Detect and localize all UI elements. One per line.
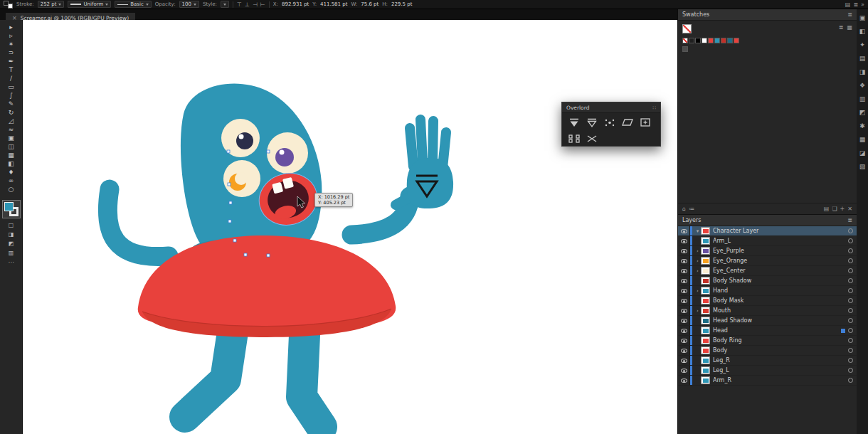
expand-chevron-icon[interactable]: › bbox=[694, 268, 701, 274]
lasso-tool[interactable]: ⊃ bbox=[0, 49, 22, 57]
selection-tool[interactable]: ▸ bbox=[0, 23, 22, 31]
visibility-toggle[interactable] bbox=[678, 276, 690, 285]
expand-chevron-icon[interactable]: › bbox=[694, 288, 701, 294]
mesh-tool[interactable]: ▦ bbox=[0, 152, 22, 159]
swatch[interactable] bbox=[708, 38, 714, 43]
gradient-tool[interactable]: ◧ bbox=[0, 160, 22, 168]
visibility-toggle[interactable] bbox=[678, 376, 690, 385]
topbar-menu-icon[interactable]: » bbox=[861, 1, 864, 8]
target-circle[interactable] bbox=[848, 358, 853, 363]
nabla-outline-icon[interactable] bbox=[584, 116, 600, 128]
target-circle[interactable] bbox=[848, 238, 853, 243]
opacity-input[interactable]: 100 bbox=[179, 1, 199, 8]
dock-panel-icon[interactable]: ▤ bbox=[859, 55, 866, 62]
y-value[interactable]: 411.581 pt bbox=[320, 1, 347, 7]
type-tool[interactable]: T bbox=[0, 66, 22, 74]
overlord-header[interactable]: Overlord ∷ bbox=[562, 102, 660, 113]
visibility-toggle[interactable] bbox=[678, 366, 690, 375]
x-value[interactable]: 892.931 pt bbox=[282, 1, 309, 7]
toolbar-mode-icon[interactable]: ▥ bbox=[9, 250, 14, 256]
layer-row[interactable]: Body Ring bbox=[678, 336, 857, 346]
layer-row[interactable]: ›Hand bbox=[678, 286, 857, 296]
swatch[interactable] bbox=[682, 46, 688, 52]
visibility-toggle[interactable] bbox=[678, 246, 690, 255]
layer-row[interactable]: Body Shadow bbox=[678, 276, 857, 286]
toolbar-mode-icon[interactable]: □ bbox=[9, 222, 14, 228]
align-icon[interactable]: ⊣ bbox=[253, 1, 258, 8]
expand-chevron-icon[interactable]: › bbox=[694, 308, 701, 314]
swatches-footer-icon[interactable]: ▤ bbox=[824, 206, 830, 212]
dock-panel-icon[interactable]: ▥ bbox=[859, 95, 866, 102]
topbar-menu-icon[interactable]: ▤ bbox=[845, 1, 851, 8]
target-circle[interactable] bbox=[848, 258, 853, 263]
visibility-toggle[interactable] bbox=[678, 286, 690, 295]
target-circle[interactable] bbox=[848, 338, 853, 343]
stroke-width-input[interactable]: 252 pt bbox=[38, 1, 65, 8]
artboard-canvas[interactable]: X: 1016.29 pt Y: 405.23 pt bbox=[23, 20, 677, 434]
toolbar-mode-icon[interactable]: ◨ bbox=[9, 231, 14, 238]
direct-selection-tool[interactable]: ▹ bbox=[0, 32, 22, 40]
layer-row[interactable]: ›Mouth bbox=[678, 306, 857, 316]
dock-panel-icon[interactable]: ▣ bbox=[859, 14, 866, 21]
swatches-panel-menu-icon[interactable]: ≣ bbox=[847, 11, 852, 18]
dock-panel-icon[interactable]: ◩ bbox=[859, 109, 866, 116]
fill-stroke-wells[interactable] bbox=[4, 1, 13, 9]
shape-builder-tool[interactable]: ◫ bbox=[0, 143, 22, 151]
dock-panel-icon[interactable]: ◪ bbox=[859, 149, 866, 157]
layer-row[interactable]: ›Eye_Purple bbox=[678, 246, 857, 256]
swatches-view-icon[interactable]: ≣ bbox=[839, 24, 844, 31]
layer-row[interactable]: Leg_L bbox=[678, 366, 857, 376]
swatches-footer-icon[interactable]: + bbox=[840, 206, 845, 212]
target-circle[interactable] bbox=[848, 248, 853, 253]
layers-panel-menu-icon[interactable]: ≣ bbox=[847, 217, 852, 223]
toolbar-mode-icon[interactable]: ◩ bbox=[9, 240, 14, 247]
rectangle-tool[interactable]: ▭ bbox=[0, 83, 22, 91]
blend-tool[interactable]: ∞ bbox=[0, 177, 22, 185]
visibility-toggle[interactable] bbox=[678, 326, 690, 335]
width-tool[interactable]: ≈ bbox=[0, 126, 22, 134]
scale-tool[interactable]: ◿ bbox=[0, 117, 22, 125]
eyedropper-tool[interactable]: ♦ bbox=[0, 169, 22, 176]
swatch[interactable] bbox=[695, 38, 701, 43]
target-circle[interactable] bbox=[848, 298, 853, 303]
layer-row[interactable]: ›Eye_Orange bbox=[678, 256, 857, 266]
topbar-menu-icon[interactable]: ≣ bbox=[853, 1, 858, 8]
target-circle[interactable] bbox=[848, 278, 853, 283]
swatches-footer-icon[interactable]: ❏ bbox=[832, 206, 837, 212]
dock-panel-icon[interactable]: ▦ bbox=[859, 136, 866, 143]
rotate-tool[interactable]: ↻ bbox=[0, 109, 22, 117]
layer-row[interactable]: Head bbox=[678, 326, 857, 336]
visibility-toggle[interactable] bbox=[678, 266, 690, 275]
layer-row[interactable]: ›Eye_Center bbox=[678, 266, 857, 276]
swatches-view-icon[interactable]: ▦ bbox=[847, 24, 852, 31]
toolbar-mode-icon[interactable]: ⋯ bbox=[9, 259, 14, 265]
target-circle[interactable] bbox=[848, 318, 853, 323]
swatch[interactable] bbox=[702, 38, 707, 43]
zoom-tool[interactable]: ○ bbox=[0, 186, 22, 194]
variable-width-select[interactable]: Uniform bbox=[68, 1, 111, 8]
pen-tool[interactable]: ✒ bbox=[0, 58, 22, 65]
dock-panel-icon[interactable]: ◨ bbox=[859, 68, 866, 75]
swatches-footer-icon[interactable]: ≔ bbox=[689, 206, 694, 212]
swatch[interactable] bbox=[727, 38, 733, 43]
target-circle[interactable] bbox=[848, 288, 853, 293]
pencil-tool[interactable]: ✎ bbox=[0, 100, 22, 108]
visibility-toggle[interactable] bbox=[678, 316, 690, 325]
swatch[interactable] bbox=[734, 38, 739, 43]
visibility-toggle[interactable] bbox=[678, 306, 690, 315]
layer-row[interactable]: ▾Character Layer bbox=[678, 226, 857, 236]
cross-x-icon[interactable] bbox=[584, 132, 600, 144]
none-swatch[interactable] bbox=[682, 24, 692, 33]
visibility-toggle[interactable] bbox=[678, 346, 690, 355]
w-value[interactable]: 75.6 pt bbox=[361, 1, 379, 7]
target-circle[interactable] bbox=[848, 348, 853, 353]
grid-arrows-icon[interactable] bbox=[566, 132, 582, 144]
align-icon[interactable]: ⊥ bbox=[245, 1, 250, 8]
layer-row[interactable]: Arm_R bbox=[678, 376, 857, 386]
brush-definition-select[interactable]: Basic bbox=[115, 1, 152, 8]
h-value[interactable]: 229.5 pt bbox=[391, 1, 412, 7]
overlord-logo-icon[interactable] bbox=[566, 116, 582, 128]
swatches-footer-icon[interactable]: ⌂ bbox=[682, 206, 686, 212]
target-circle[interactable] bbox=[848, 268, 853, 273]
dock-panel-icon[interactable]: ❖ bbox=[859, 82, 865, 89]
